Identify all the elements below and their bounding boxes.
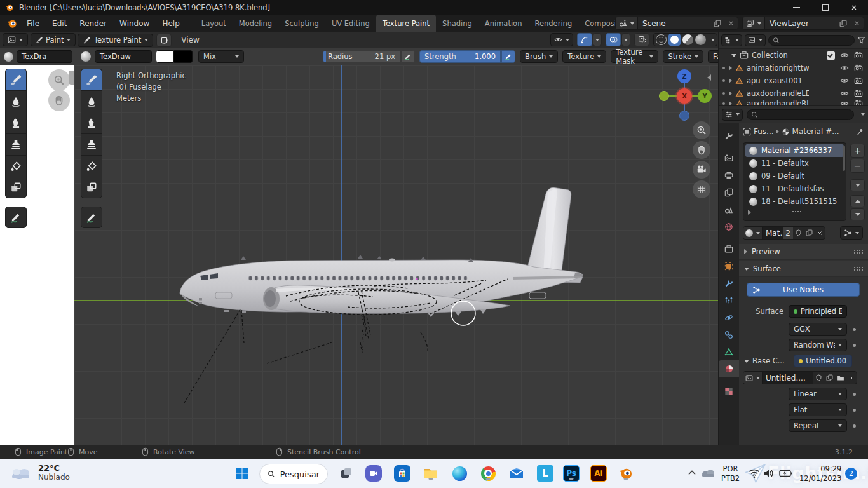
secondary-color-swatch[interactable]	[174, 50, 193, 63]
tab-layout[interactable]: Layout	[195, 15, 233, 32]
object-name[interactable]: auxdoorhandleLE	[747, 89, 809, 98]
add-slot-button[interactable]: +	[850, 144, 865, 158]
tool-smear-button[interactable]	[81, 112, 102, 133]
gizmo-x-axis[interactable]: X	[677, 88, 692, 104]
new-scene-button[interactable]	[710, 17, 724, 29]
resize-grip[interactable]	[792, 210, 801, 214]
viewport-zoom-button[interactable]	[693, 121, 710, 139]
taskbar-app-store[interactable]	[394, 465, 410, 482]
list-scrollbar[interactable]	[843, 146, 845, 171]
tab-uv-editing[interactable]: UV Editing	[325, 15, 376, 32]
outliner-item-row[interactable]: animationrighttw	[719, 62, 868, 74]
tool-fill-button[interactable]	[5, 155, 27, 177]
collection-label[interactable]: Collection	[752, 51, 788, 60]
hide-eye-icon[interactable]	[840, 51, 849, 60]
move-slot-up-button[interactable]	[850, 195, 865, 207]
hide-eye-icon[interactable]	[840, 89, 849, 98]
tool-draw-button[interactable]	[5, 69, 27, 90]
surface-section-header[interactable]: Surface	[739, 261, 868, 277]
brush-name-field[interactable]: TexDraw	[95, 50, 152, 63]
image-fake-user-toggle[interactable]	[813, 372, 824, 384]
outliner-collection-row[interactable]: Collection	[719, 49, 868, 62]
texture-popover[interactable]: Texture	[562, 50, 606, 63]
shading-dropdown[interactable]	[711, 39, 715, 41]
tool-mask-button[interactable]	[5, 177, 27, 198]
tab-modeling[interactable]: Modeling	[233, 15, 278, 32]
projection-select[interactable]: Flat	[789, 403, 847, 416]
material-slot[interactable]: 18 - Default5151515	[745, 195, 844, 208]
outliner-search-input[interactable]	[768, 35, 855, 46]
airplane-model[interactable]	[180, 187, 583, 317]
stroke-popover[interactable]: Stroke	[663, 50, 703, 63]
minimize-button[interactable]	[782, 0, 811, 15]
tool-fill-button[interactable]	[81, 155, 102, 177]
menu-edit[interactable]: Edit	[46, 15, 73, 32]
breadcrumb-material[interactable]: Material #...	[792, 127, 839, 136]
taskbar-app-blender[interactable]	[618, 465, 634, 482]
render-camera-icon[interactable]	[854, 51, 863, 60]
xray-toggle[interactable]	[634, 33, 649, 46]
tool-annotate-button[interactable]	[81, 207, 102, 228]
taskbar-app-chrome[interactable]	[480, 465, 496, 482]
overlays-dropdown[interactable]	[621, 33, 630, 46]
editor-type-image[interactable]	[3, 33, 28, 46]
strength-slider[interactable]: Strength 1.000	[419, 50, 501, 63]
collection-checkbox[interactable]	[827, 51, 835, 60]
tray-wifi[interactable]	[749, 468, 760, 480]
menu-render[interactable]: Render	[73, 15, 113, 32]
tab-particles[interactable]	[719, 292, 739, 309]
taskbar-app-explorer[interactable]	[423, 465, 439, 482]
remove-slot-button[interactable]: −	[850, 159, 865, 173]
taskbar-weather-widget[interactable]: 22°C Nublado	[9, 463, 70, 482]
shading-wireframe-button[interactable]	[656, 34, 667, 45]
view-menu[interactable]: View	[175, 33, 205, 47]
blend-mode-select[interactable]: Mix	[198, 50, 244, 63]
tab-sculpting[interactable]: Sculpting	[278, 15, 325, 32]
expand-icon[interactable]	[729, 78, 732, 83]
browse-image-button[interactable]	[743, 372, 763, 384]
subsurface-method-select[interactable]: Random Walk	[789, 339, 847, 351]
tray-volume[interactable]	[763, 468, 775, 480]
scene-icon[interactable]	[616, 17, 638, 29]
outliner-item-row[interactable]: auxdoorhandleLE	[719, 87, 868, 100]
viewport-pan-button[interactable]	[693, 141, 710, 159]
viewport-3d[interactable]: Right Orthographic (0) Fuselage Meters Z…	[74, 65, 718, 445]
sidebar-collapse-tab[interactable]	[69, 71, 74, 85]
animate-dot[interactable]	[853, 344, 856, 347]
node-tree-selector[interactable]	[840, 226, 863, 240]
pin-icon[interactable]	[856, 128, 864, 136]
tool-mask-button[interactable]	[81, 177, 102, 198]
image-editor-canvas[interactable]	[0, 65, 74, 445]
paint-mask-toggle[interactable]	[156, 34, 172, 47]
expand-icon[interactable]	[731, 54, 736, 57]
breadcrumb-object[interactable]: Fus...	[754, 127, 774, 136]
base-color-texture-select[interactable]: Untitled.005	[794, 355, 852, 367]
fake-user-toggle[interactable]	[793, 227, 804, 239]
tab-world[interactable]	[719, 218, 739, 235]
tab-tool[interactable]	[719, 127, 739, 144]
tab-render[interactable]	[719, 149, 739, 166]
brush-preview-icon[interactable]	[4, 52, 13, 62]
tab-object[interactable]	[719, 257, 739, 274]
slot-specials-menu[interactable]	[850, 179, 865, 191]
hide-eye-icon[interactable]	[840, 76, 849, 85]
properties-editor-type[interactable]	[722, 109, 743, 121]
use-nodes-button[interactable]: Use Nodes	[747, 283, 860, 297]
tray-clock[interactable]: 09:29 12/01/2023	[799, 464, 841, 484]
brush-preview-icon[interactable]	[81, 51, 91, 62]
taskbar-app-illustrator[interactable]: Ai	[590, 465, 607, 482]
radius-slider[interactable]: Radius 21 px	[323, 50, 400, 63]
shading-rendered-button[interactable]	[695, 34, 706, 45]
taskbar-app-photoshop[interactable]: Ps	[563, 465, 580, 482]
image-pan-gizmo[interactable]	[48, 90, 70, 111]
collapse-icon[interactable]	[744, 360, 749, 363]
preview-section-header[interactable]: Preview	[739, 244, 868, 260]
tab-scene[interactable]	[719, 201, 739, 218]
menu-help[interactable]: Help	[156, 15, 186, 32]
primary-color-swatch[interactable]	[156, 50, 174, 63]
gizmo-z-negative[interactable]	[679, 111, 689, 121]
taskbar-app-lightshot[interactable]: L	[537, 465, 553, 482]
maximize-button[interactable]	[811, 0, 839, 15]
tab-object-data[interactable]	[719, 343, 739, 360]
outliner-filter-mode[interactable]	[745, 34, 766, 46]
